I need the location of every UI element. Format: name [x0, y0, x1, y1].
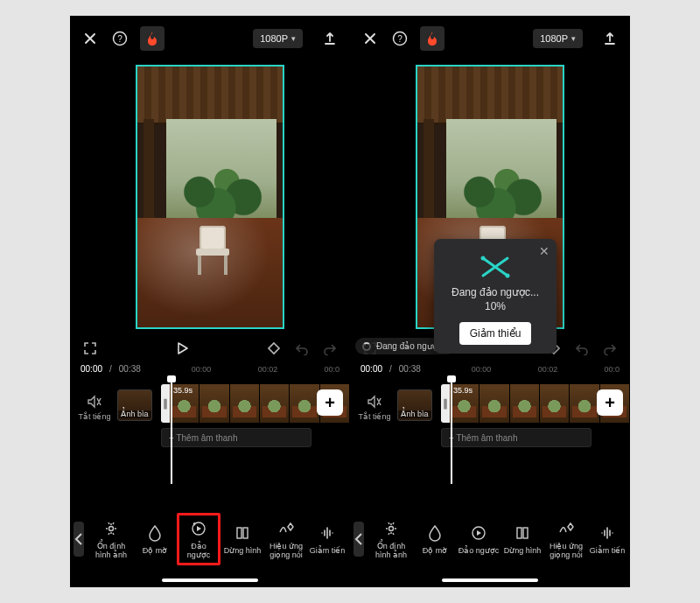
chevron-down-icon: ▾	[571, 34, 576, 43]
close-icon[interactable]	[360, 29, 380, 48]
back-button[interactable]	[354, 522, 364, 557]
svg-point-10	[389, 526, 394, 530]
clip-duration: 35.9s	[173, 386, 192, 395]
tool-opacity[interactable]: Độ mờ	[413, 520, 457, 558]
export-icon[interactable]	[600, 29, 620, 48]
screenshot-right: ? 1080P ▾	[350, 16, 630, 587]
reducenoise-icon	[319, 523, 335, 543]
tool-bar: Ổn định hình ảnh Độ mờ Đảo ngược Dừng hì…	[350, 510, 630, 568]
stabilize-icon	[382, 519, 400, 538]
svg-point-2	[109, 526, 114, 530]
duration: 00:38	[119, 364, 141, 374]
duration: 00:38	[399, 364, 421, 374]
reverse-progress-modal: ✕ Đang đảo ngược... 10% Giảm thiểu	[434, 239, 556, 354]
undo-icon	[292, 339, 312, 358]
svg-rect-13	[523, 528, 528, 538]
cover-thumb[interactable]	[117, 389, 152, 421]
ruler-ticks: 00:00 00:02 00:0	[148, 365, 340, 374]
mute-button[interactable]: Tắt tiếng	[355, 395, 394, 421]
svg-text:?: ?	[117, 34, 122, 44]
timeline[interactable]: Tắt tiếng ∥ 35.9s + Thêm âm thanh +	[70, 377, 350, 484]
modal-minimize-button[interactable]: Giảm thiểu	[459, 322, 532, 345]
resolution-label: 1080P	[540, 33, 568, 44]
timeline[interactable]: Tắt tiếng ∥ 35.9s + Thêm âm thanh +	[350, 377, 630, 484]
fullscreen-icon[interactable]	[80, 339, 100, 358]
mute-label: Tắt tiếng	[358, 412, 390, 421]
fire-icon[interactable]	[140, 26, 164, 51]
svg-point-9	[506, 274, 510, 278]
stabilize-icon	[102, 519, 120, 538]
time-row: 00:00 / 00:38 00:00 00:02 00:0	[70, 362, 350, 377]
tool-opacity[interactable]: Độ mờ	[133, 520, 177, 558]
freeze-icon	[514, 523, 530, 543]
playhead[interactable]	[171, 377, 172, 484]
tool-stabilize[interactable]: Ổn định hình ảnh	[89, 515, 133, 564]
tool-reducenoise[interactable]: Giảm tiến	[308, 520, 346, 558]
player-controls	[70, 334, 350, 362]
svg-rect-4	[237, 528, 242, 538]
tool-voicefx[interactable]: Hiệu ứng giọng nói	[544, 515, 588, 564]
tool-reverse[interactable]: Đảo ngược	[177, 513, 220, 566]
modal-text: Đang đảo ngược... 10%	[443, 286, 548, 313]
tool-reducenoise[interactable]: Giảm tiến	[588, 520, 626, 558]
top-bar: ? 1080P ▾	[70, 16, 350, 61]
resolution-button[interactable]: 1080P ▾	[253, 29, 303, 48]
mute-label: Tắt tiếng	[78, 412, 110, 421]
reducenoise-icon	[599, 523, 615, 543]
add-clip-button[interactable]: +	[597, 389, 623, 416]
redo-icon	[320, 339, 340, 358]
tool-freeze[interactable]: Dừng hình	[500, 520, 544, 558]
play-icon[interactable]	[172, 339, 192, 358]
cover-thumb[interactable]	[397, 389, 432, 421]
redo-icon	[600, 339, 620, 358]
back-button[interactable]	[74, 522, 84, 557]
screenshot-left: ? 1080P ▾	[70, 16, 350, 587]
tool-voicefx[interactable]: Hiệu ứng giọng nói	[264, 515, 308, 564]
tool-stabilize[interactable]: Ổn định hình ảnh	[369, 515, 413, 564]
add-audio-button[interactable]: + Thêm âm thanh	[161, 428, 312, 447]
home-indicator	[442, 578, 538, 582]
add-clip-button[interactable]: +	[317, 389, 343, 416]
preview-area	[70, 61, 350, 334]
keyframe-icon[interactable]	[264, 339, 284, 358]
help-icon[interactable]: ?	[110, 29, 130, 48]
reverse-icon	[470, 523, 487, 543]
add-audio-button[interactable]: + Thêm âm thanh	[441, 428, 592, 447]
freeze-icon	[234, 523, 250, 543]
modal-close-icon[interactable]: ✕	[539, 244, 550, 258]
close-icon[interactable]	[80, 29, 100, 48]
resolution-button[interactable]: 1080P ▾	[533, 29, 583, 48]
resolution-label: 1080P	[260, 33, 288, 44]
export-icon[interactable]	[320, 29, 340, 48]
spinner-icon	[362, 342, 371, 351]
tool-freeze[interactable]: Dừng hình	[220, 520, 264, 558]
mute-button[interactable]: Tắt tiếng	[75, 395, 114, 421]
tool-reverse[interactable]: Đảo ngược	[457, 520, 500, 558]
undo-icon	[572, 339, 592, 358]
clip-duration: 35.9s	[453, 386, 472, 395]
tool-bar: Ổn định hình ảnh Độ mờ Đảo ngược Dừng hì…	[70, 510, 350, 568]
opacity-icon	[427, 523, 443, 543]
ruler-ticks: 00:00 00:02 00:0	[428, 365, 620, 374]
playhead[interactable]	[451, 377, 452, 484]
svg-text:?: ?	[397, 34, 402, 44]
current-time: 00:00	[80, 364, 102, 374]
voicefx-icon	[557, 519, 575, 538]
top-bar: ? 1080P ▾	[350, 16, 630, 61]
opacity-icon	[147, 523, 163, 543]
svg-point-8	[481, 256, 486, 261]
reverse-icon	[190, 519, 207, 538]
svg-rect-12	[517, 528, 522, 538]
current-time: 00:00	[360, 364, 382, 374]
video-preview[interactable]	[136, 65, 284, 329]
help-icon[interactable]: ?	[390, 29, 410, 48]
clip-handle-left[interactable]: ∥	[161, 384, 170, 423]
svg-rect-5	[243, 528, 248, 538]
time-row: 00:00 / 00:38 00:00 00:02 00:0	[350, 362, 630, 377]
reverse-modal-icon	[480, 255, 511, 279]
chevron-down-icon: ▾	[291, 34, 296, 43]
clip-handle-left[interactable]: ∥	[441, 384, 450, 423]
fire-icon[interactable]	[420, 26, 444, 51]
voicefx-icon	[277, 519, 295, 538]
home-indicator	[162, 578, 258, 582]
